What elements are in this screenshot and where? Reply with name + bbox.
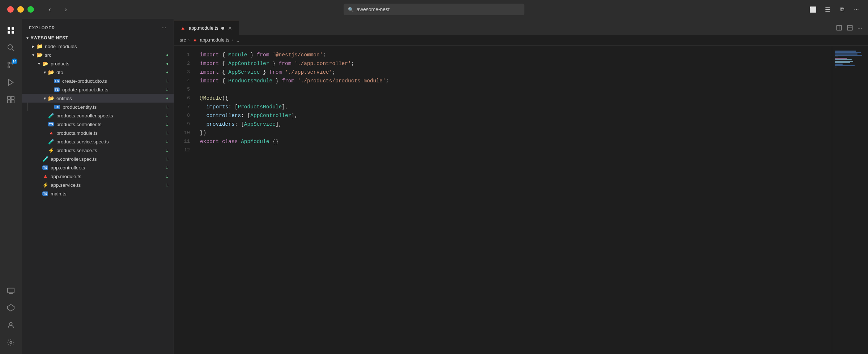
tree-products[interactable]: ▼ 📂 products ● bbox=[22, 59, 174, 68]
tree-products-service-spec[interactable]: ▶ 🧪 products.service.spec.ts U bbox=[22, 137, 174, 146]
sidebar-header: EXPLORER ··· bbox=[22, 19, 174, 34]
code-line-10: }) bbox=[200, 129, 832, 137]
activity-explorer[interactable] bbox=[3, 22, 19, 38]
src-folder-icon: 📂 bbox=[36, 52, 43, 58]
pm-label: products.module.ts bbox=[56, 130, 166, 136]
svg-point-17 bbox=[10, 341, 12, 344]
breadcrumb-src: src bbox=[180, 37, 186, 43]
tree-dto[interactable]: ▼ 📂 dto ● bbox=[22, 68, 174, 77]
forward-button[interactable]: › bbox=[61, 4, 71, 14]
back-button[interactable]: ‹ bbox=[45, 4, 55, 14]
more-actions-icon[interactable]: ··· bbox=[858, 25, 862, 32]
tab-app-module[interactable]: 🔺 app.module.ts ✕ bbox=[174, 21, 239, 35]
titlebar: ‹ › 🔍 awesome-nest ⬜ ☰ ⧉ ··· bbox=[0, 0, 868, 19]
titlebar-nav: ‹ › bbox=[45, 4, 71, 14]
split-editor-icon[interactable] bbox=[836, 25, 842, 33]
activity-accounts[interactable] bbox=[3, 317, 19, 333]
code-line-3: import { AppService } from './app.servic… bbox=[200, 68, 832, 77]
activity-settings[interactable] bbox=[3, 334, 19, 350]
layout-icon[interactable]: ☰ bbox=[823, 5, 832, 14]
activity-source-control[interactable]: 24 bbox=[3, 57, 19, 73]
tree-app-controller[interactable]: ▶ TS app.controller.ts U bbox=[22, 163, 174, 172]
src-dot: ● bbox=[166, 53, 169, 57]
tree-src[interactable]: ▼ 📂 src ● bbox=[22, 51, 174, 59]
tree-products-controller[interactable]: ▶ TS products.controller.ts U bbox=[22, 120, 174, 129]
line-num-8: 8 bbox=[174, 111, 190, 120]
maximize-button[interactable] bbox=[27, 6, 34, 13]
create-dto-badge: U bbox=[166, 79, 169, 83]
dto-dot: ● bbox=[166, 70, 169, 74]
tree-root[interactable]: ▼ AWESOME-NEST bbox=[22, 34, 174, 42]
products-dot: ● bbox=[166, 61, 169, 66]
sidebar-toggle-icon[interactable]: ⬜ bbox=[809, 5, 817, 14]
am-label: app.module.ts bbox=[51, 174, 166, 179]
code-content[interactable]: import { Module } from '@nestjs/common' … bbox=[194, 46, 832, 354]
svg-line-5 bbox=[12, 49, 14, 51]
tree-products-controller-spec[interactable]: ▶ 🧪 products.controller.spec.ts U bbox=[22, 111, 174, 120]
tree-entities[interactable]: ▼ 📂 entities ● bbox=[22, 94, 174, 103]
tree-products-service[interactable]: ▶ ⚡ products.service.ts U bbox=[22, 146, 174, 155]
root-arrow: ▼ bbox=[25, 35, 30, 41]
search-icon: 🔍 bbox=[348, 7, 354, 12]
products-folder-icon: 📂 bbox=[42, 60, 48, 67]
sidebar-more-button[interactable]: ··· bbox=[162, 25, 166, 31]
tree-node-modules[interactable]: ▶ 📁 node_modules bbox=[22, 42, 174, 51]
src-arrow: ▼ bbox=[30, 52, 36, 58]
tree-create-product-dto[interactable]: ▶ TS create-product.dto.ts U bbox=[22, 77, 174, 85]
svg-rect-3 bbox=[12, 31, 14, 34]
svg-rect-12 bbox=[8, 100, 10, 103]
activity-remote-explorer[interactable] bbox=[3, 282, 19, 298]
tree-product-entity[interactable]: ▶ TS product.entity.ts U bbox=[27, 103, 174, 111]
dto-arrow: ▼ bbox=[42, 69, 48, 75]
tree-app-service[interactable]: ▶ ⚡ app.service.ts U bbox=[22, 181, 174, 189]
line-num-3: 3 bbox=[174, 68, 190, 77]
tree-main[interactable]: ▶ TS main.ts bbox=[22, 189, 174, 198]
svg-marker-9 bbox=[9, 79, 13, 86]
activity-extensions[interactable] bbox=[3, 92, 19, 108]
update-dto-icon: TS bbox=[54, 86, 60, 93]
traffic-lights bbox=[7, 6, 34, 13]
line-num-12: 12 bbox=[174, 146, 190, 155]
svg-point-4 bbox=[8, 45, 13, 49]
svg-rect-13 bbox=[11, 100, 14, 103]
tab-actions-right: ··· bbox=[836, 25, 868, 35]
line-num-1: 1 bbox=[174, 51, 190, 59]
tab-close-button[interactable]: ✕ bbox=[227, 25, 233, 31]
code-line-2: import { AppController } from './app.con… bbox=[200, 59, 832, 68]
activity-gitops[interactable] bbox=[3, 300, 19, 316]
line-num-11: 11 bbox=[174, 137, 190, 146]
code-editor[interactable]: 1 2 3 4 5 6 7 8 9 10 11 12 import { Modu… bbox=[174, 46, 868, 354]
line-numbers: 1 2 3 4 5 6 7 8 9 10 11 12 bbox=[174, 46, 194, 354]
pss-label: products.service.spec.ts bbox=[56, 139, 166, 144]
breadcrumb-symbol: ... bbox=[235, 37, 239, 43]
line-num-7: 7 bbox=[174, 103, 190, 111]
close-button[interactable] bbox=[7, 6, 14, 13]
tree-products-module[interactable]: ▶ 🔺 products.module.ts U bbox=[22, 129, 174, 137]
split-editor-icon[interactable]: ⧉ bbox=[838, 5, 846, 14]
pc-icon: TS bbox=[48, 121, 54, 128]
ps-badge: U bbox=[166, 148, 169, 152]
svg-point-16 bbox=[9, 323, 12, 325]
create-dto-label: create-product.dto.ts bbox=[62, 78, 166, 84]
svg-rect-14 bbox=[8, 288, 14, 293]
source-control-badge: 24 bbox=[12, 59, 17, 64]
more-icon[interactable]: ··· bbox=[852, 5, 861, 14]
activity-search[interactable] bbox=[3, 40, 19, 56]
tree-app-module[interactable]: ▶ 🔺 app.module.ts U bbox=[22, 172, 174, 181]
kw-import-1: import bbox=[200, 51, 219, 59]
code-line-12 bbox=[200, 146, 832, 155]
tree-app-controller-spec[interactable]: ▶ 🧪 app.controller.spec.ts U bbox=[22, 155, 174, 163]
activity-run[interactable] bbox=[3, 74, 19, 90]
editor-area: 🔺 app.module.ts ✕ ··· src › 🔺 app.modul bbox=[174, 19, 868, 354]
pc-label: products.controller.ts bbox=[56, 122, 166, 127]
node-modules-arrow: ▶ bbox=[30, 43, 36, 49]
editor-layout-icon[interactable] bbox=[847, 25, 853, 33]
minimize-button[interactable] bbox=[17, 6, 24, 13]
line-num-6: 6 bbox=[174, 94, 190, 103]
entities-arrow: ▼ bbox=[42, 95, 48, 101]
entity-label: product.entity.ts bbox=[63, 104, 166, 110]
ps-label: products.service.ts bbox=[56, 148, 166, 153]
tree-update-product-dto[interactable]: ▶ TS update-product.dto.ts U bbox=[22, 85, 174, 94]
search-bar[interactable]: 🔍 awesome-nest bbox=[344, 4, 524, 15]
pss-icon: 🧪 bbox=[48, 138, 54, 145]
